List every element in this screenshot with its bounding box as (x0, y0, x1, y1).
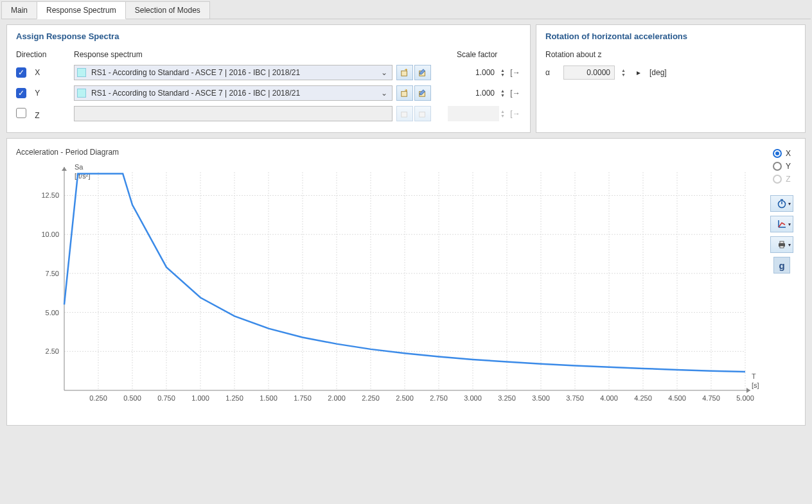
svg-rect-66 (780, 241, 784, 243)
scale-y-field[interactable]: 1.000 (448, 85, 499, 101)
svg-rect-0 (402, 71, 407, 76)
rotation-label: Rotation about z (545, 50, 796, 59)
chart-side-controls: X Y Z ▾ ▾ ▾ g (768, 148, 796, 416)
svg-text:10.00: 10.00 (41, 230, 59, 238)
radio-z: Z (773, 175, 790, 184)
timer-button[interactable]: ▾ (770, 195, 793, 212)
direction-z-checkbox[interactable] (16, 108, 26, 118)
svg-text:4.250: 4.250 (634, 394, 652, 402)
col-header-spectrum: Response spectrum (74, 50, 403, 59)
col-header-scale: Scale factor (444, 50, 521, 59)
spectrum-swatch-icon (77, 89, 86, 98)
spectrum-swatch-icon (77, 68, 86, 77)
play-icon[interactable]: ▸ (637, 68, 643, 77)
svg-text:0.250: 0.250 (89, 394, 107, 402)
svg-text:T: T (752, 372, 756, 380)
svg-text:3.500: 3.500 (532, 394, 550, 402)
svg-text:2.500: 2.500 (396, 394, 414, 402)
new-spectrum-button[interactable] (396, 85, 413, 101)
rotation-input[interactable]: 0.0000 (563, 65, 615, 80)
edit-spectrum-button[interactable] (414, 85, 431, 101)
svg-rect-5 (419, 112, 425, 117)
svg-marker-59 (62, 167, 67, 171)
svg-rect-4 (402, 112, 407, 117)
svg-text:1.750: 1.750 (294, 394, 312, 402)
direction-x-label: X (35, 68, 40, 77)
spectrum-y-value: RS1 - According to Standard - ASCE 7 | 2… (91, 89, 379, 98)
transfer-y-button[interactable]: [→ (509, 89, 521, 98)
svg-text:[s]: [s] (752, 381, 759, 389)
svg-text:0.750: 0.750 (157, 394, 175, 402)
svg-text:2.250: 2.250 (362, 394, 380, 402)
svg-text:0.500: 0.500 (123, 394, 141, 402)
transfer-z-button: [→ (509, 109, 521, 118)
new-spectrum-button[interactable] (396, 106, 413, 121)
tab-selection-of-modes[interactable]: Selection of Modes (125, 1, 210, 19)
spectra-row-y: ✓ Y RS1 - According to Standard - ASCE 7… (16, 85, 521, 101)
svg-text:12.50: 12.50 (41, 191, 59, 199)
svg-text:1.250: 1.250 (225, 394, 243, 402)
axes-button[interactable]: ▾ (770, 216, 793, 232)
spectra-row-x: ✓ X RS1 - According to Standard - ASCE 7… (16, 64, 521, 81)
spectrum-z-select[interactable] (74, 106, 393, 121)
chart-panel: Acceleration - Period Diagram 2.505.007.… (6, 138, 806, 426)
edit-spectrum-button[interactable] (414, 65, 431, 80)
spectrum-x-value: RS1 - According to Standard - ASCE 7 | 2… (91, 68, 379, 77)
direction-z-label: Z (35, 111, 39, 120)
rotation-panel: Rotation of horizontal accelerations Rot… (536, 24, 806, 133)
spectrum-x-select[interactable]: RS1 - According to Standard - ASCE 7 | 2… (74, 65, 393, 80)
spectra-row-z: Z ▲▼ [→ (16, 105, 521, 122)
svg-text:4.500: 4.500 (668, 394, 686, 402)
svg-text:3.750: 3.750 (566, 394, 584, 402)
tab-response-spectrum[interactable]: Response Spectrum (37, 1, 126, 19)
spectrum-y-select[interactable]: RS1 - According to Standard - ASCE 7 | 2… (74, 85, 393, 101)
panel-title: Assign Response Spectra (16, 31, 521, 41)
alpha-symbol: α (545, 68, 557, 77)
tab-bar: Main Response Spectrum Selection of Mode… (1, 1, 811, 19)
transfer-x-button[interactable]: [→ (509, 68, 521, 77)
radio-icon (773, 149, 782, 158)
rotation-unit: [deg] (649, 68, 667, 77)
edit-spectrum-button[interactable] (414, 106, 431, 121)
assign-response-spectra-panel: Assign Response Spectra Direction Respon… (6, 24, 531, 133)
svg-text:1.000: 1.000 (191, 394, 209, 402)
radio-y[interactable]: Y (773, 162, 791, 171)
scale-x-field[interactable]: 1.000 (448, 65, 499, 80)
scale-z-field (448, 106, 499, 121)
tab-main[interactable]: Main (1, 1, 37, 19)
radio-icon (773, 162, 782, 171)
svg-marker-57 (746, 388, 750, 393)
svg-text:2.50: 2.50 (46, 347, 59, 355)
direction-y-label: Y (35, 89, 40, 98)
svg-text:3.250: 3.250 (498, 394, 516, 402)
direction-x-checkbox[interactable]: ✓ (16, 67, 26, 78)
print-button[interactable]: ▾ (770, 236, 793, 253)
acceleration-period-chart: 2.505.007.5010.0012.500.2500.5000.7501.0… (16, 159, 768, 416)
svg-text:4.750: 4.750 (702, 394, 720, 402)
chevron-down-icon: ⌄ (379, 89, 389, 98)
svg-text:7.50: 7.50 (46, 270, 59, 277)
col-header-direction: Direction (16, 50, 74, 59)
svg-text:2.750: 2.750 (430, 394, 448, 402)
svg-text:5.000: 5.000 (736, 394, 754, 402)
new-spectrum-button[interactable] (396, 65, 413, 80)
svg-rect-2 (402, 91, 407, 96)
svg-rect-67 (780, 246, 784, 248)
svg-text:Sa: Sa (75, 163, 84, 171)
svg-text:2.000: 2.000 (328, 394, 346, 402)
radio-icon (773, 175, 782, 184)
svg-text:1.500: 1.500 (260, 394, 278, 402)
chart-title: Acceleration - Period Diagram (16, 148, 768, 157)
scale-x-stepper[interactable]: ▲▼ (500, 68, 509, 77)
chevron-down-icon: ⌄ (379, 68, 389, 77)
rotation-stepper[interactable]: ▲▼ (621, 68, 630, 77)
g-button[interactable]: g (773, 257, 790, 274)
scale-y-stepper[interactable]: ▲▼ (500, 89, 509, 98)
svg-text:3.000: 3.000 (464, 394, 482, 402)
scale-z-stepper: ▲▼ (500, 109, 509, 118)
svg-text:4.000: 4.000 (600, 394, 618, 402)
radio-x[interactable]: X (773, 149, 791, 158)
svg-text:5.00: 5.00 (46, 309, 59, 317)
panel-title: Rotation of horizontal accelerations (545, 31, 796, 41)
direction-y-checkbox[interactable]: ✓ (16, 88, 26, 98)
